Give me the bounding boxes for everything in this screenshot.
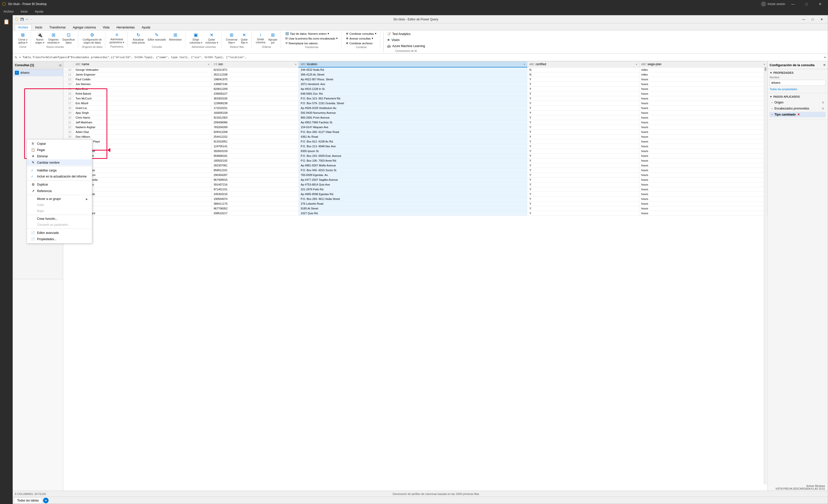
signin-button[interactable]: Iniciar sesión (761, 1, 785, 6)
minimize-button[interactable]: — (787, 0, 799, 8)
title-bar: ⬡ Sin título - Power BI Desktop Iniciar … (0, 0, 828, 8)
menu-ayuda[interactable]: Ayuda (33, 9, 45, 14)
menu-inicio[interactable]: Inicio (19, 9, 29, 14)
close-button[interactable]: ✕ (815, 0, 826, 8)
user-avatar (761, 1, 766, 6)
maximize-button[interactable]: □ (801, 0, 813, 8)
app-menu-bar: Archivo Inicio Ayuda (0, 8, 828, 15)
app-logo-icon: ⬡ (2, 1, 6, 7)
menu-archivo[interactable]: Archivo (2, 9, 15, 14)
title-bar-text: Sin título - Power BI Desktop (8, 2, 47, 6)
